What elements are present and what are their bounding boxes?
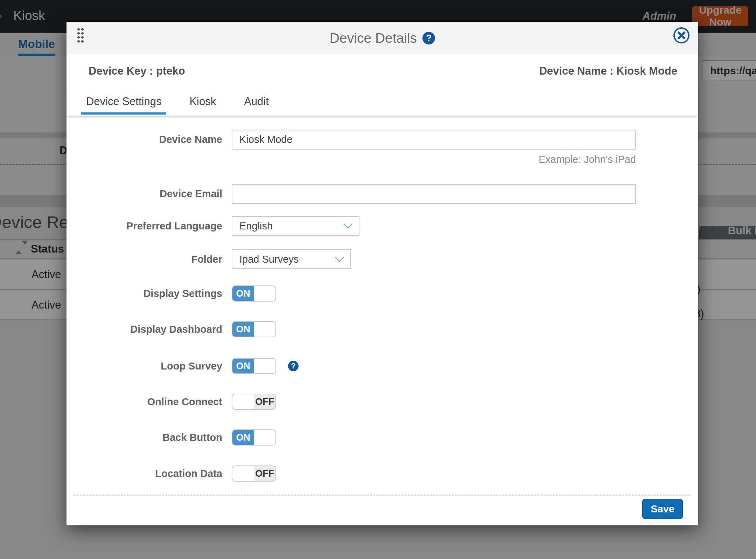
toggle-off-segment: OFF — [254, 394, 276, 409]
toggle-label: Loop Survey — [66, 360, 222, 372]
toggle-switch[interactable]: ON — [232, 321, 276, 337]
preferred-language-value: English — [239, 220, 273, 232]
device-name-label: Device Name — [66, 134, 222, 145]
device-email-input[interactable] — [232, 184, 636, 204]
toggle-switch[interactable]: ON — [232, 429, 276, 446]
toggle-row-back-button: Back ButtonON — [66, 429, 698, 446]
device-name-row: Device Name — [66, 130, 698, 150]
modal-title: Device Details — [330, 30, 417, 46]
device-name-input[interactable] — [232, 130, 636, 150]
folder-select[interactable]: Ipad Surveys — [232, 249, 351, 269]
help-icon[interactable]: ? — [422, 32, 435, 44]
device-name-hint: Example: John's iPad — [232, 154, 636, 165]
device-key-text: Device Key : pteko — [89, 65, 185, 77]
toggle-label: Display Settings — [66, 288, 222, 299]
tab-audit[interactable]: Audit — [239, 88, 274, 116]
toggle-row-display-dashboard: Display DashboardON — [66, 321, 698, 337]
save-button[interactable]: Save — [642, 499, 683, 519]
tab-device-settings[interactable]: Device Settings — [81, 88, 166, 116]
device-name-text: Device Name : Kiosk Mode — [539, 65, 677, 77]
toggle-on-segment — [232, 394, 254, 409]
modal-tabs: Device Settings Kiosk Audit — [66, 88, 698, 116]
modal-header: Device Details ? — [66, 22, 698, 54]
footer-divider — [74, 495, 691, 496]
preferred-language-select[interactable]: English — [232, 216, 359, 236]
folder-label: Folder — [66, 254, 222, 265]
tab-kiosk[interactable]: Kiosk — [184, 88, 221, 116]
device-email-label: Device Email — [66, 188, 222, 200]
toggle-switch[interactable]: OFF — [232, 394, 276, 410]
toggle-on-segment — [232, 466, 254, 481]
chevron-down-icon — [343, 223, 352, 229]
toggle-off-segment — [254, 322, 276, 337]
preferred-language-row: Preferred Language English — [66, 216, 698, 236]
folder-value: Ipad Surveys — [239, 254, 299, 265]
device-email-row: Device Email — [66, 184, 698, 204]
toggle-on-segment: ON — [232, 430, 254, 445]
toggle-off-segment — [254, 430, 276, 445]
preferred-language-label: Preferred Language — [66, 220, 222, 232]
device-details-modal: Device Details ? Device Key : pteko Devi… — [66, 22, 698, 525]
toggle-on-segment: ON — [232, 359, 254, 373]
help-icon[interactable]: ? — [288, 361, 299, 371]
toggle-switch[interactable]: ON — [232, 285, 276, 302]
toggle-on-segment: ON — [232, 322, 254, 337]
toggle-label: Location Data — [66, 468, 222, 479]
toggle-row-loop-survey: Loop SurveyON? — [66, 358, 698, 374]
folder-row: Folder Ipad Surveys — [66, 249, 698, 269]
toggle-row-online-connect: Online ConnectOFF — [66, 394, 698, 410]
chevron-down-icon — [335, 257, 344, 262]
toggle-row-location-data: Location DataOFF — [66, 465, 698, 482]
toggle-switch[interactable]: ON — [232, 358, 276, 374]
close-icon[interactable] — [672, 26, 691, 44]
toggle-label: Back Button — [66, 432, 222, 443]
toggle-switch[interactable]: OFF — [232, 465, 276, 482]
toggle-off-segment — [254, 286, 276, 301]
toggle-label: Display Dashboard — [66, 324, 222, 335]
toggle-off-segment: OFF — [254, 466, 276, 481]
device-key-row: Device Key : pteko Device Name : Kiosk M… — [66, 54, 698, 88]
toggle-on-segment: ON — [232, 286, 254, 301]
toggle-row-display-settings: Display SettingsON — [66, 285, 698, 302]
toggle-label: Online Connect — [66, 396, 222, 408]
toggle-off-segment — [254, 359, 276, 373]
